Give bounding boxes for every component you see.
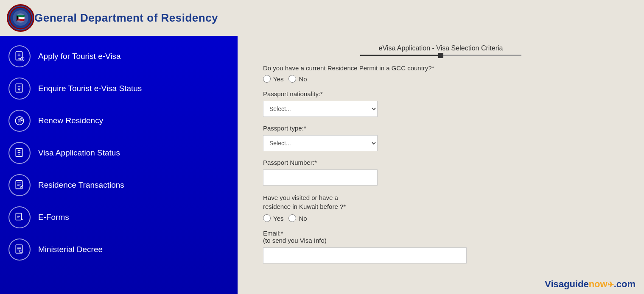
svg-marker-33 [21,217,23,219]
ministerial-decree-icon [8,239,31,261]
visited-no-text: No [299,215,307,222]
sidebar-item-e-forms[interactable]: E-Forms [0,201,238,233]
header-logo: 🇰🇼 [7,4,34,32]
sidebar-item-ministerial-decree[interactable]: Ministerial Decree [0,233,238,266]
form-section: Do you have a current Residence Permit i… [263,64,560,263]
sidebar-label-ministerial-decree: Ministerial Decree [38,245,103,254]
visited-no-label[interactable]: No [288,214,307,222]
passport-number-label: Passport Number:* [263,159,560,166]
passport-type-group: Passport type:* Select... [263,125,560,151]
email-label: Email:* (to send you Visa Info) [263,230,560,244]
email-input[interactable] [263,247,467,263]
content-area: eVisa Application - Visa Selection Crite… [238,36,644,294]
sidebar-label-residence-transactions: Residence Transactions [38,180,124,190]
progress-section: eVisa Application - Visa Selection Crite… [263,44,619,56]
visited-yes-text: Yes [273,215,283,222]
enquire-tourist-visa-icon: ? [8,78,31,100]
passport-number-group: Passport Number:* [263,159,560,186]
residence-transactions-icon [8,174,31,196]
visited-yes-label[interactable]: Yes [263,214,283,222]
gcc-yes-radio[interactable] [263,75,271,83]
main-layout: Apply for Tourist e-Visa ? Enquire Touri… [0,36,644,294]
gcc-permit-group: Do you have a current Residence Permit i… [263,64,560,83]
visited-no-radio[interactable] [288,214,296,222]
sidebar-label-renew-residency: Renew Residency [38,116,103,125]
progress-bar-container [360,55,521,56]
passport-type-select[interactable]: Select... [263,135,378,151]
brand-dotcom: .com [614,279,636,289]
gcc-no-radio[interactable] [288,75,296,83]
passport-number-input[interactable] [263,169,378,186]
progress-dot [438,53,443,58]
visited-yes-radio[interactable] [263,214,271,222]
gcc-no-text: No [299,75,307,83]
brand-visa: Visa [545,279,564,289]
apply-tourist-visa-icon [8,45,31,67]
plane-icon: ✈ [608,280,614,289]
header: 🇰🇼 General Department of Residency [0,0,644,36]
visa-application-status-icon: ? [8,142,31,164]
sidebar-label-e-forms: E-Forms [38,213,69,222]
sidebar-item-renew-residency[interactable]: Renew Residency [0,105,238,137]
progress-title: eVisa Application - Visa Selection Crite… [263,44,619,52]
renew-residency-icon [8,110,31,132]
footer-brand: Visaguidenow✈.com [545,279,636,290]
svg-rect-25 [16,180,22,189]
svg-text:?: ? [18,88,20,92]
sidebar-item-visa-application-status[interactable]: ? Visa Application Status [0,137,238,169]
email-group: Email:* (to send you Visa Info) [263,230,560,263]
header-title: General Department of Residency [34,11,218,25]
sidebar-item-residence-transactions[interactable]: Residence Transactions [0,169,238,201]
sidebar: Apply for Tourist e-Visa ? Enquire Touri… [0,36,238,294]
svg-text:?: ? [18,153,20,157]
sidebar-item-apply-tourist-visa[interactable]: Apply for Tourist e-Visa [0,40,238,72]
passport-nationality-select[interactable]: Select... [263,101,378,117]
sidebar-label-visa-application-status: Visa Application Status [38,148,120,158]
gcc-permit-label: Do you have a current Residence Permit i… [263,64,560,72]
brand-guide: guide [564,279,589,289]
sidebar-item-enquire-tourist-visa[interactable]: ? Enquire Tourist e-Visa Status [0,72,238,105]
passport-nationality-group: Passport nationality:* Select... [263,90,560,117]
e-forms-icon [8,206,31,228]
gcc-yes-label[interactable]: Yes [263,75,283,83]
visited-kuwait-radio-group: Yes No [263,214,560,222]
progress-bar-fill [360,55,441,56]
svg-text:🇰🇼: 🇰🇼 [16,14,25,22]
gcc-permit-radio-group: Yes No [263,75,560,83]
sidebar-label-apply-tourist-visa: Apply for Tourist e-Visa [38,52,121,61]
gcc-yes-text: Yes [273,75,283,83]
svg-point-40 [21,252,21,252]
sidebar-label-enquire-tourist-visa: Enquire Tourist e-Visa Status [38,84,142,93]
brand-now: now [589,279,608,289]
visited-kuwait-label: Have you visited or have a residence in … [263,193,560,211]
gcc-no-label[interactable]: No [288,75,307,83]
passport-type-label: Passport type:* [263,125,560,132]
passport-nationality-label: Passport nationality:* [263,90,560,97]
visited-kuwait-group: Have you visited or have a residence in … [263,193,560,222]
